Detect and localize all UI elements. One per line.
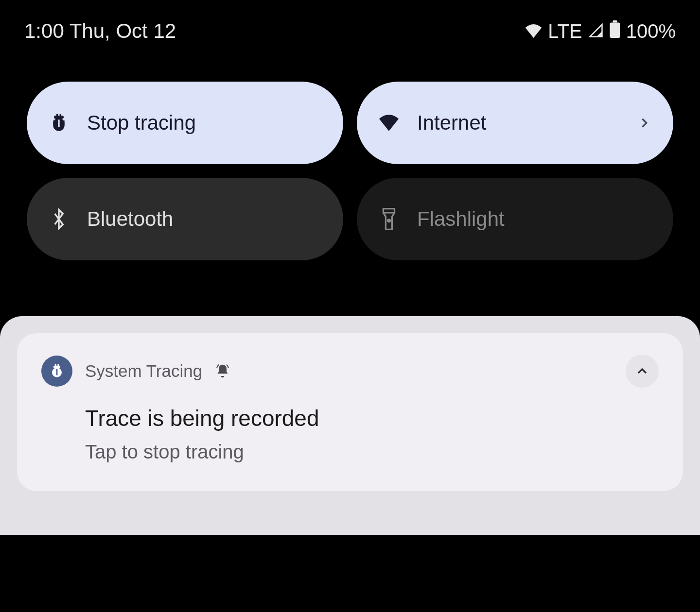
notification-app-name: System Tracing xyxy=(85,361,202,381)
tile-label: Flashlight xyxy=(417,207,651,231)
signal-icon xyxy=(588,20,604,42)
notification-title: Trace is being recorded xyxy=(85,405,659,431)
tile-stop-tracing[interactable]: Stop tracing xyxy=(27,82,343,164)
wifi-icon xyxy=(379,113,399,133)
tile-label: Internet xyxy=(417,111,619,135)
wifi-icon xyxy=(525,20,542,42)
flashlight-icon xyxy=(379,209,399,229)
tile-bluetooth[interactable]: Bluetooth xyxy=(27,178,343,260)
tile-flashlight[interactable]: Flashlight xyxy=(357,178,673,260)
notification-body: Trace is being recorded Tap to stop trac… xyxy=(41,405,659,463)
battery-percent: 100% xyxy=(626,20,676,42)
bell-ringing-icon xyxy=(215,363,230,379)
notification-subtitle: Tap to stop tracing xyxy=(85,441,659,463)
status-icons: LTE 100% xyxy=(525,20,676,42)
bluetooth-icon xyxy=(49,209,69,229)
battery-icon xyxy=(610,20,620,42)
svg-rect-7 xyxy=(384,209,395,213)
status-date: Thu, Oct 12 xyxy=(70,19,176,42)
svg-point-8 xyxy=(388,220,390,222)
svg-rect-0 xyxy=(612,20,617,23)
notification-header: System Tracing xyxy=(41,355,659,388)
svg-rect-3 xyxy=(58,119,59,127)
svg-rect-5 xyxy=(56,114,58,117)
bug-icon xyxy=(49,113,69,133)
status-time-date: 1:00 Thu, Oct 12 xyxy=(24,19,176,43)
notification-shade: System Tracing Trace is being recorded T… xyxy=(0,316,700,535)
tile-internet[interactable]: Internet xyxy=(357,82,673,164)
svg-rect-12 xyxy=(55,364,56,366)
tile-label: Stop tracing xyxy=(87,111,321,135)
app-icon-bug xyxy=(41,356,72,387)
chevron-right-icon xyxy=(637,111,651,135)
svg-rect-4 xyxy=(54,116,64,119)
status-time: 1:00 xyxy=(24,19,64,42)
chevron-up-icon xyxy=(634,363,650,379)
network-type: LTE xyxy=(548,20,582,42)
svg-rect-6 xyxy=(60,114,61,117)
svg-rect-1 xyxy=(610,22,620,38)
tile-label: Bluetooth xyxy=(87,207,321,231)
svg-rect-10 xyxy=(56,369,58,375)
quick-settings-tiles: Stop tracing Internet Bluetooth Flashlig… xyxy=(0,52,700,260)
status-bar: 1:00 Thu, Oct 12 LTE 100% xyxy=(0,0,700,52)
svg-rect-13 xyxy=(57,364,59,366)
notification-system-tracing[interactable]: System Tracing Trace is being recorded T… xyxy=(17,333,683,491)
collapse-button[interactable] xyxy=(626,355,659,388)
svg-rect-11 xyxy=(53,366,60,369)
